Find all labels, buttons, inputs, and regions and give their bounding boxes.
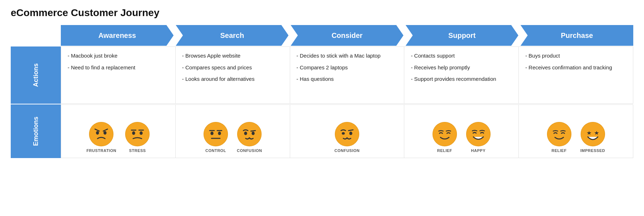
actions-cell-consider: - Decides to stick with a Mac laptop - C… (290, 46, 405, 104)
control-icon (203, 122, 228, 147)
action-text: - Contacts support (411, 52, 512, 60)
confusion-search-icon (237, 122, 262, 147)
svg-point-5 (126, 122, 150, 146)
confusion-consider-icon (335, 122, 360, 147)
svg-point-26 (547, 122, 571, 146)
relief-icon (432, 122, 457, 147)
control-label: CONTROL (205, 148, 226, 153)
frustration-label: FRUSTRATION (87, 148, 117, 153)
action-text: - Buys product (525, 52, 626, 60)
emoji-happy: HAPPY (466, 122, 491, 153)
svg-point-8 (132, 131, 135, 135)
emoji-control: CONTROL (203, 122, 228, 153)
emotions-cell-support: RELIEF HAPPY (404, 104, 519, 158)
svg-point-4 (104, 131, 107, 135)
stress-icon (125, 122, 150, 147)
impressed-label: IMPRESSED (580, 148, 605, 153)
svg-point-14 (218, 132, 221, 135)
svg-point-18 (244, 132, 247, 135)
emoji-confusion-consider: CONFUSION (335, 122, 360, 153)
svg-point-22 (342, 132, 345, 134)
action-text: - Receives confirmation and tracking (525, 64, 626, 72)
svg-point-24 (433, 122, 457, 146)
stage-purchase: Purchase (521, 25, 633, 46)
svg-point-0 (89, 122, 113, 146)
svg-line-17 (251, 131, 255, 131)
svg-point-3 (96, 131, 99, 135)
relief-purchase-label: RELIEF (552, 148, 567, 153)
emotions-cell-awareness: FRUSTRATION STRESS (61, 104, 176, 158)
actions-row: Actions - Macbook just broke - Need to f… (11, 46, 633, 104)
confusion-search-label: CONFUSION (237, 148, 262, 153)
emoji-impressed: IMPRESSED (580, 122, 605, 153)
happy-label: HAPPY (471, 148, 486, 153)
svg-point-9 (140, 131, 142, 135)
svg-point-19 (252, 132, 254, 135)
happy-icon (466, 122, 491, 147)
svg-point-27 (581, 122, 605, 146)
page-title: eCommerce Customer Journey (11, 7, 633, 19)
action-text: - Looks around for alternatives (182, 75, 283, 83)
action-text: - Receives help promptly (411, 64, 512, 72)
emotions-cell-consider: CONFUSION (290, 104, 405, 158)
svg-point-25 (466, 122, 490, 146)
actions-cell-support: - Contacts support - Receives help promp… (404, 46, 519, 104)
svg-point-13 (210, 132, 213, 135)
header-row: Awareness Search Consider Support Purcha… (61, 25, 633, 46)
relief-label: RELIEF (437, 148, 452, 153)
svg-point-10 (204, 122, 228, 146)
actions-label: Actions (11, 46, 61, 104)
action-text: - Macbook just broke (68, 52, 169, 60)
action-text: - Decides to stick with a Mac laptop (297, 52, 398, 60)
stage-awareness: Awareness (61, 25, 174, 46)
stress-label: STRESS (129, 148, 146, 153)
emotions-cell-purchase: RELIEF IMPRESSED (519, 104, 633, 158)
emoji-relief-purchase: RELIEF (547, 122, 572, 153)
emoji-stress: STRESS (125, 122, 150, 153)
actions-cell-purchase: - Buys product - Receives confirmation a… (519, 46, 633, 104)
actions-cell-search: - Browses Apple website - Compares specs… (176, 46, 290, 104)
actions-cell-awareness: - Macbook just broke - Need to find a re… (61, 46, 176, 104)
stage-consider: Consider (291, 25, 403, 46)
svg-point-16 (238, 122, 262, 146)
emotions-row: Emotions FRUSTRATION (11, 104, 633, 158)
emoji-frustration: FRUSTRATION (87, 122, 117, 153)
svg-point-23 (349, 132, 352, 135)
svg-point-20 (335, 122, 359, 146)
action-text: - Compares 2 laptops (297, 64, 398, 72)
stage-support: Support (406, 25, 518, 46)
confusion-consider-label: CONFUSION (335, 148, 360, 153)
relief-purchase-icon (547, 122, 572, 147)
action-text: - Need to find a replacement (68, 64, 169, 72)
emotions-label: Emotions (11, 104, 61, 158)
frustration-icon (89, 122, 114, 147)
emoji-relief: RELIEF (432, 122, 457, 153)
action-text: - Browses Apple website (182, 52, 283, 60)
actions-cells: - Macbook just broke - Need to find a re… (61, 46, 633, 104)
emoji-confusion-search: CONFUSION (237, 122, 262, 153)
emotions-cell-search: CONTROL CONFUSION (176, 104, 290, 158)
stage-search: Search (176, 25, 288, 46)
emotions-cells: FRUSTRATION STRESS (61, 104, 633, 158)
action-text: - Support provides recommendation (411, 75, 512, 83)
action-text: - Has questions (297, 75, 398, 83)
impressed-icon (580, 122, 605, 147)
action-text: - Compares specs and prices (182, 64, 283, 72)
journey-container: Awareness Search Consider Support Purcha… (11, 25, 633, 158)
